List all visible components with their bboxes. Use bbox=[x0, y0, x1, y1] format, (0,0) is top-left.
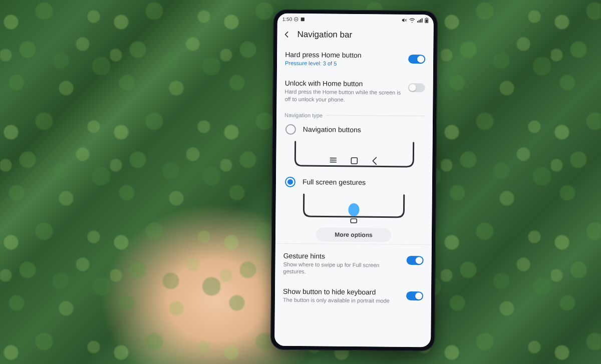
page-title: Navigation bar bbox=[297, 30, 352, 40]
phone-screen: 1:50 bbox=[274, 14, 434, 347]
svg-point-16 bbox=[348, 203, 359, 216]
scene: 1:50 bbox=[0, 0, 601, 364]
unlock-sub: Hard press the Home button while the scr… bbox=[284, 88, 404, 104]
settings-content[interactable]: Hard press Home button Pressure level: 3… bbox=[274, 45, 433, 347]
phone-frame: 1:50 bbox=[270, 10, 438, 351]
row-hard-press-home[interactable]: Hard press Home button Pressure level: 3… bbox=[277, 45, 433, 75]
gesture-hints-sub: Show where to swipe up for Full screen g… bbox=[283, 260, 402, 276]
back-icon[interactable] bbox=[283, 31, 290, 38]
row-gesture-hints[interactable]: Gesture hints Show where to swipe up for… bbox=[275, 245, 432, 282]
row-show-button-hide-keyboard[interactable]: Show button to hide keyboard The button … bbox=[275, 281, 431, 311]
gesture-hints-toggle[interactable] bbox=[407, 255, 424, 264]
do-not-disturb-icon bbox=[294, 17, 298, 21]
status-time: 1:50 bbox=[282, 16, 292, 22]
nav-buttons-preview bbox=[289, 139, 420, 171]
hard-press-sub: Pressure level: 3 of 5 bbox=[285, 60, 404, 68]
wifi-icon bbox=[409, 18, 415, 22]
header: Navigation bar bbox=[277, 25, 433, 46]
row-unlock-home[interactable]: Unlock with Home button Hard press the H… bbox=[276, 73, 433, 110]
radio-full-gestures[interactable] bbox=[285, 176, 295, 187]
svg-rect-5 bbox=[417, 21, 418, 23]
unlock-title: Unlock with Home button bbox=[285, 79, 404, 88]
unlock-toggle[interactable] bbox=[408, 83, 425, 92]
hard-press-title: Hard press Home button bbox=[285, 51, 404, 60]
divider bbox=[275, 243, 432, 245]
hard-press-toggle[interactable] bbox=[408, 55, 425, 64]
option-full-screen-gestures[interactable]: Full screen gestures bbox=[276, 171, 432, 190]
full-gestures-label: Full screen gestures bbox=[303, 178, 366, 186]
svg-rect-6 bbox=[419, 20, 420, 23]
nav-buttons-label: Navigation buttons bbox=[303, 125, 361, 134]
battery-icon bbox=[425, 18, 429, 23]
more-options-label: More options bbox=[335, 231, 372, 238]
status-bar: 1:50 bbox=[277, 14, 434, 26]
radio-nav-buttons[interactable] bbox=[285, 124, 296, 134]
svg-rect-11 bbox=[426, 18, 428, 18]
speaker-notch bbox=[341, 11, 371, 14]
svg-rect-15 bbox=[351, 157, 357, 163]
show-button-kb-sub: The button is only available in portrait… bbox=[283, 296, 402, 305]
full-gestures-preview bbox=[288, 192, 419, 224]
svg-rect-2 bbox=[301, 17, 305, 21]
option-navigation-buttons[interactable]: Navigation buttons bbox=[276, 119, 433, 138]
section-label: Navigation type bbox=[284, 112, 323, 118]
more-options-button[interactable]: More options bbox=[316, 227, 391, 242]
app-indicator-icon bbox=[300, 17, 305, 22]
signal-icon bbox=[417, 18, 423, 23]
gesture-hints-title: Gesture hints bbox=[283, 251, 403, 260]
section-navigation-type: Navigation type bbox=[276, 109, 433, 120]
svg-rect-17 bbox=[351, 218, 357, 222]
svg-rect-8 bbox=[422, 18, 423, 23]
mute-icon bbox=[402, 18, 407, 22]
svg-rect-10 bbox=[426, 19, 428, 22]
svg-rect-7 bbox=[420, 19, 421, 23]
show-button-kb-title: Show button to hide keyboard bbox=[283, 287, 402, 296]
show-button-kb-toggle[interactable] bbox=[406, 291, 423, 300]
section-divider bbox=[327, 115, 425, 117]
